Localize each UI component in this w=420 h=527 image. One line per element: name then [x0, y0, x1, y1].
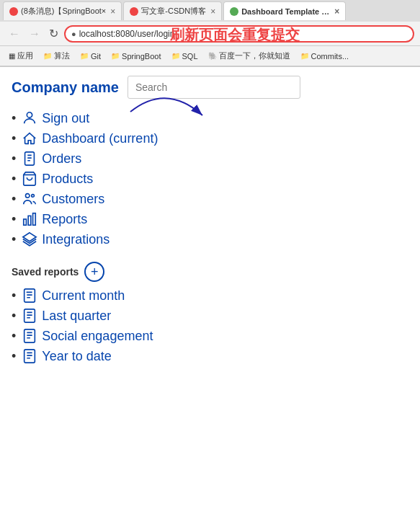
tab-3-icon: [230, 7, 238, 16]
bullet-dashboard: •: [12, 131, 16, 146]
bookmark-springboot[interactable]: 📁 SpringBoot: [107, 50, 165, 62]
folder-icon-1: 📁: [43, 52, 52, 60]
baidu-icon: 🐘: [208, 52, 217, 60]
back-button[interactable]: ←: [6, 26, 23, 42]
bookmark-sql[interactable]: 📁 SQL: [167, 50, 202, 62]
sign-out-link[interactable]: Sign out: [42, 111, 89, 126]
page-header: Company name 刷新页面会重复提交: [12, 76, 408, 99]
year-to-date-link[interactable]: Year to date: [42, 349, 111, 364]
last-quarter-link[interactable]: Last quarter: [42, 309, 111, 324]
bullet-orders: •: [12, 151, 16, 167]
tab-1-label: (8条消息)【SpringBoot×: [21, 6, 106, 17]
nav-item-customers: • Customers: [12, 191, 408, 207]
folder-icon-3: 📁: [111, 52, 120, 60]
bookmark-suanfa[interactable]: 📁 算法: [39, 49, 74, 63]
svg-rect-13: [24, 350, 35, 363]
refresh-button[interactable]: ↻: [46, 25, 61, 42]
home-icon: [22, 130, 37, 146]
tab-1-close[interactable]: ×: [110, 6, 115, 17]
integrations-link[interactable]: Integrations: [42, 232, 110, 247]
doc-icon-3: [22, 328, 37, 344]
social-engagement-link[interactable]: Social engagement: [42, 329, 153, 344]
saved-report-social-engagement: • Social engagement: [12, 328, 408, 344]
tab-3-label: Dashboard Template fo...: [241, 7, 330, 16]
address-bar[interactable]: ● localhost:8080/user/login: [64, 25, 414, 43]
nav-item-products: • Products: [12, 171, 408, 187]
saved-reports-list: • Current month • Last quarter • Social …: [12, 288, 408, 364]
bookmarks-bar: ▦ 应用 📁 算法 📁 Git 📁 SpringBoot 📁 SQL 🐘 百度一…: [0, 46, 420, 66]
tab-2[interactable]: 写文章-CSDN博客 ×: [123, 1, 222, 20]
svg-rect-2: [25, 152, 35, 165]
bookmark-baidu[interactable]: 🐘 百度一下，你就知道: [204, 49, 295, 63]
lock-icon: ●: [71, 30, 76, 38]
nav-item-dashboard: • Dashboard (current): [12, 130, 408, 146]
tab-3[interactable]: Dashboard Template fo... ×: [223, 1, 346, 20]
saved-reports-header: Saved reports +: [12, 262, 408, 282]
users-icon: [22, 191, 37, 207]
svg-rect-12: [24, 329, 35, 342]
tab-2-close[interactable]: ×: [210, 6, 215, 17]
bullet-sign-out: •: [12, 111, 16, 126]
nav-item-integrations: • Integrations: [12, 231, 408, 247]
svg-point-5: [32, 195, 35, 198]
bullet-last-quarter: •: [12, 309, 16, 324]
bar-chart-icon: [22, 211, 37, 227]
svg-rect-7: [28, 216, 31, 225]
nav-bar: ← → ↻ ● localhost:8080/user/login: [0, 22, 420, 46]
doc-icon-4: [22, 348, 37, 364]
file-icon: [22, 151, 37, 167]
folder-icon-2: 📁: [80, 52, 89, 60]
saved-report-year-to-date: • Year to date: [12, 348, 408, 364]
saved-report-last-quarter: • Last quarter: [12, 308, 408, 324]
address-text: localhost:8080/user/login: [79, 29, 175, 39]
dashboard-link[interactable]: Dashboard (current): [42, 131, 158, 146]
bookmark-commits[interactable]: 📁 Commits...: [296, 50, 354, 62]
add-report-button[interactable]: +: [84, 262, 104, 282]
nav-item-reports: • Reports: [12, 211, 408, 227]
layers-icon: [22, 231, 37, 247]
svg-rect-10: [24, 289, 35, 302]
tab-1[interactable]: (8条消息)【SpringBoot× ×: [3, 1, 122, 20]
person-icon: [22, 110, 37, 126]
bullet-year-to-date: •: [12, 349, 16, 364]
folder-icon-5: 📁: [300, 52, 309, 60]
browser-chrome: (8条消息)【SpringBoot× × 写文章-CSDN博客 × Dashbo…: [0, 0, 420, 67]
main-nav: • Sign out • Dashboard (current) •: [12, 110, 408, 247]
page-content: Company name 刷新页面会重复提交 •: [0, 67, 420, 377]
svg-point-1: [27, 112, 32, 118]
tab-2-label: 写文章-CSDN博客: [141, 6, 206, 17]
doc-icon-2: [22, 308, 37, 324]
current-month-link[interactable]: Current month: [42, 288, 125, 304]
tab-1-icon: [9, 7, 18, 16]
nav-item-orders: • Orders: [12, 151, 408, 167]
nav-list: • Sign out • Dashboard (current) •: [12, 110, 408, 247]
orders-link[interactable]: Orders: [42, 151, 81, 167]
saved-reports-title: Saved reports: [12, 266, 79, 278]
tab-bar: (8条消息)【SpringBoot× × 写文章-CSDN博客 × Dashbo…: [0, 0, 420, 22]
bookmark-git[interactable]: 📁 Git: [76, 50, 105, 62]
svg-rect-11: [24, 309, 35, 322]
apps-grid-icon: ▦: [9, 52, 15, 60]
bullet-integrations: •: [12, 232, 16, 247]
folder-icon-4: 📁: [171, 52, 180, 60]
svg-rect-6: [24, 219, 27, 225]
svg-rect-8: [33, 213, 36, 226]
svg-point-4: [26, 194, 30, 198]
bookmark-apps[interactable]: ▦ 应用: [4, 49, 37, 63]
doc-icon-1: [22, 288, 37, 304]
bullet-products: •: [12, 172, 16, 187]
bullet-social-engagement: •: [12, 329, 16, 344]
company-name-link[interactable]: Company name: [12, 79, 119, 96]
bullet-reports: •: [12, 212, 16, 227]
bullet-customers: •: [12, 192, 16, 207]
tab-2-icon: [130, 7, 138, 16]
tab-3-close[interactable]: ×: [334, 6, 339, 17]
saved-report-current-month: • Current month: [12, 288, 408, 304]
reports-link[interactable]: Reports: [42, 212, 87, 227]
bullet-current-month: •: [12, 288, 16, 304]
forward-button[interactable]: →: [26, 26, 43, 42]
customers-link[interactable]: Customers: [42, 192, 104, 207]
cart-icon: [22, 171, 37, 187]
products-link[interactable]: Products: [42, 172, 93, 187]
search-input[interactable]: [128, 76, 300, 99]
